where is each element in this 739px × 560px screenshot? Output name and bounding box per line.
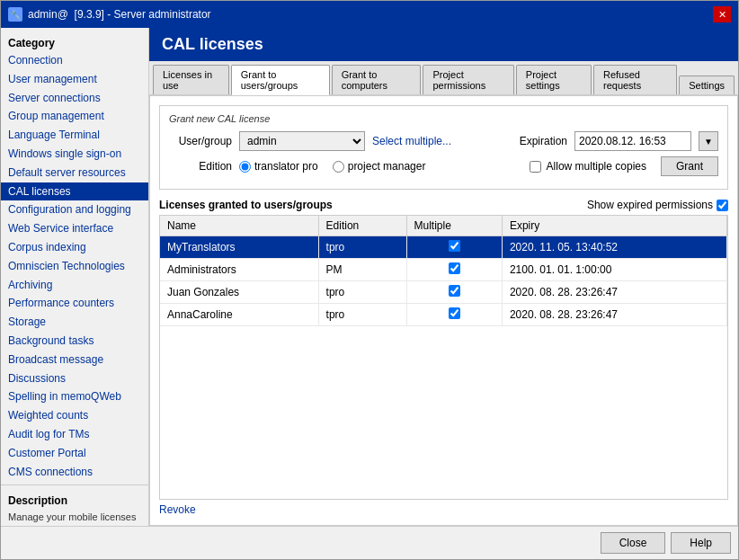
licenses-table: Name Edition Multiple Expiry MyTranslato… [159, 215, 728, 500]
grant-row-user: User/group admin Select multiple... Expi… [169, 131, 718, 151]
content-area: Category ConnectionUser managementServer… [1, 28, 738, 526]
col-edition: Edition [318, 216, 406, 236]
sidebar-item-connection[interactable]: Connection [1, 51, 148, 70]
licenses-title: Licenses granted to users/groups [159, 199, 333, 211]
multiple-checkbox[interactable] [449, 262, 460, 274]
tab-grant-to-users/groups[interactable]: Grant to users/groups [231, 65, 330, 95]
sidebar-item-background-tasks[interactable]: Background tasks [1, 332, 148, 351]
sidebar-item-performance-counters[interactable]: Performance counters [1, 294, 148, 313]
help-button[interactable]: Help [671, 532, 731, 554]
close-button[interactable]: Close [601, 532, 666, 554]
project-manager-radio[interactable] [333, 161, 344, 173]
close-window-button[interactable]: ✕ [713, 6, 731, 22]
sidebar-section-title: Category [1, 33, 148, 51]
main-window: 🔧 admin@ [9.3.9] - Server administrator … [0, 0, 739, 560]
sidebar-description-text: Manage your mobile licenses and CAL sett… [8, 511, 141, 526]
sidebar-item-cal-licenses[interactable]: CAL licenses [1, 182, 148, 201]
tab-project-permissions[interactable]: Project permissions [423, 65, 513, 94]
sidebar-item-audit-log-for-tms[interactable]: Audit log for TMs [1, 425, 148, 444]
col-expiry: Expiry [502, 216, 726, 236]
sidebar-description-title: Description [8, 494, 141, 507]
edition-project-manager[interactable]: project manager [333, 160, 426, 173]
main-content: Grant new CAL license User/group admin S… [149, 95, 738, 526]
licenses-data-table: Name Edition Multiple Expiry MyTranslato… [160, 216, 727, 326]
table-header-row: Name Edition Multiple Expiry [160, 216, 727, 236]
grant-section: Grant new CAL license User/group admin S… [159, 105, 728, 190]
col-name: Name [160, 216, 318, 236]
sidebar-item-web-service-interface[interactable]: Web Service interface [1, 219, 148, 238]
show-expired-checkbox[interactable] [717, 200, 728, 211]
sidebar-item-weighted-counts[interactable]: Weighted counts [1, 406, 148, 425]
tab-refused-requests[interactable]: Refused requests [593, 65, 677, 94]
edition-radio-group: translator pro project manager [239, 160, 425, 173]
cell-expiry: 2020. 11. 05. 13:40:52 [502, 236, 726, 259]
title-bar: 🔧 admin@ [9.3.9] - Server administrator … [1, 1, 738, 28]
cell-name: MyTranslators [160, 236, 318, 259]
cell-edition: PM [318, 259, 406, 281]
table-body: MyTranslatorstpro2020. 11. 05. 13:40:52A… [160, 236, 727, 326]
main-header: CAL licenses [149, 28, 738, 61]
expiration-label: Expiration [520, 135, 567, 147]
cell-edition: tpro [318, 304, 406, 326]
sidebar-item-server-connections[interactable]: Server connections [1, 89, 148, 108]
show-expired-label: Show expired permissions [587, 199, 713, 211]
sidebar-item-discussions[interactable]: Discussions [1, 369, 148, 388]
sidebar-item-language-terminal[interactable]: Language Terminal [1, 126, 148, 145]
sidebar-items-container: ConnectionUser managementServer connecti… [1, 51, 148, 481]
expiration-input[interactable] [574, 131, 691, 151]
translator-pro-radio[interactable] [239, 161, 251, 173]
title-bar-left: 🔧 admin@ [9.3.9] - Server administrator [8, 7, 211, 22]
sidebar-item-cms-connections[interactable]: CMS connections [1, 463, 148, 482]
tabs-bar: Licenses in useGrant to users/groupsGran… [149, 61, 738, 95]
sidebar-item-storage[interactable]: Storage [1, 313, 148, 332]
translator-pro-label: translator pro [254, 160, 318, 173]
title-bar-text: admin@ [9.3.9] - Server administrator [28, 8, 211, 21]
multiple-checkbox[interactable] [449, 240, 460, 252]
table-row[interactable]: Juan Gonzalestpro2020. 08. 28. 23:26:47 [160, 281, 727, 304]
sidebar-item-archiving[interactable]: Archiving [1, 276, 148, 295]
sidebar-item-configuration-and-logging[interactable]: Configuration and logging [1, 200, 148, 219]
sidebar-item-corpus-indexing[interactable]: Corpus indexing [1, 238, 148, 257]
tab-settings[interactable]: Settings [679, 76, 735, 94]
title-main: [9.3.9] - Server administrator [75, 8, 211, 21]
multiple-checkbox[interactable] [449, 285, 460, 297]
cell-expiry: 2100. 01. 01. 1:00:00 [502, 259, 726, 281]
col-multiple: Multiple [406, 216, 502, 236]
calendar-button[interactable]: ▼ [699, 131, 718, 151]
tab-project-settings[interactable]: Project settings [516, 65, 592, 94]
table-row[interactable]: MyTranslatorstpro2020. 11. 05. 13:40:52 [160, 236, 727, 259]
table-head: Name Edition Multiple Expiry [160, 216, 727, 236]
revoke-link[interactable]: Revoke [159, 503, 728, 516]
select-multiple-link[interactable]: Select multiple... [372, 135, 451, 147]
cell-multiple [406, 259, 502, 281]
tab-grant-to-computers[interactable]: Grant to computers [332, 65, 422, 94]
main-area: CAL licenses Licenses in useGrant to use… [149, 28, 738, 526]
table-row[interactable]: AdministratorsPM2100. 01. 01. 1:00:00 [160, 259, 727, 281]
cell-multiple [406, 236, 502, 259]
table-row[interactable]: AnnaCarolinetpro2020. 08. 28. 23:26:47 [160, 304, 727, 326]
multiple-checkbox[interactable] [449, 307, 460, 319]
show-expired-section: Show expired permissions [587, 199, 728, 211]
sidebar-description: Description Manage your mobile licenses … [1, 489, 148, 526]
cell-name: AnnaCaroline [160, 304, 318, 326]
allow-copies-checkbox[interactable] [530, 161, 541, 173]
sidebar-item-spelling-in-memoqweb[interactable]: Spelling in memoQWeb [1, 387, 148, 406]
cell-name: Administrators [160, 259, 318, 281]
sidebar-item-customer-portal[interactable]: Customer Portal [1, 444, 148, 463]
allow-copies-label: Allow multiple copies [547, 160, 646, 173]
sidebar-item-omniscien-technologies[interactable]: Omniscien Technologies [1, 257, 148, 276]
sidebar-item-default-server-resources[interactable]: Default server resources [1, 164, 148, 182]
sidebar-divider [1, 484, 148, 485]
sidebar-item-broadcast-message[interactable]: Broadcast message [1, 351, 148, 369]
sidebar-item-windows-single-sign-on[interactable]: Windows single sign-on [1, 145, 148, 164]
app-icon: 🔧 [8, 7, 22, 22]
sidebar-item-user-management[interactable]: User management [1, 70, 148, 89]
tab-licenses-in-use[interactable]: Licenses in use [153, 65, 229, 94]
user-group-select[interactable]: admin [239, 131, 365, 151]
grant-button[interactable]: Grant [661, 156, 718, 176]
title-user: admin@ [28, 8, 68, 21]
sidebar-item-group-management[interactable]: Group management [1, 107, 148, 126]
cell-multiple [406, 281, 502, 304]
allow-copies-row: Allow multiple copies Grant [530, 156, 718, 176]
edition-translator-pro[interactable]: translator pro [239, 160, 318, 173]
